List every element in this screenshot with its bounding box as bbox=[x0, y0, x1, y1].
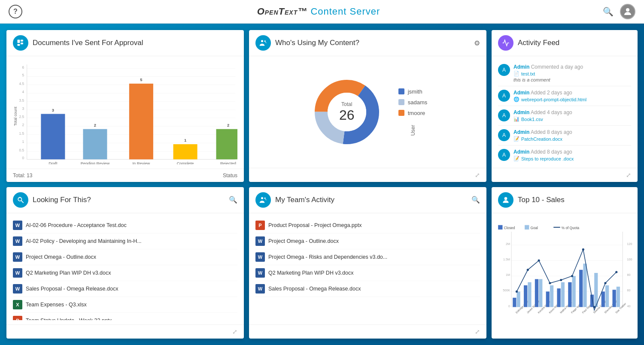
bar-pending bbox=[83, 129, 107, 160]
svg-point-113 bbox=[604, 282, 606, 284]
list-item[interactable]: W Q2 Marketing Plan WIP DH v3.docx bbox=[13, 265, 237, 281]
svg-text:4.5: 4.5 bbox=[19, 82, 24, 86]
looking-for-expand-icon[interactable]: ⤢ bbox=[232, 328, 237, 335]
word-icon: W bbox=[255, 268, 265, 278]
donut-area: Total 26 jsmith sadams bbox=[255, 61, 480, 163]
list-item[interactable]: W AI-02-06 Procedure - Acceptance Test.d… bbox=[13, 218, 237, 233]
ppt-icon: P bbox=[255, 221, 265, 230]
svg-text:1: 1 bbox=[22, 139, 24, 144]
svg-text:1.5M: 1.5M bbox=[503, 257, 510, 261]
top10-body: Closed Goal % of Quota 0 500K 1M 1.5M 2M… bbox=[492, 213, 638, 339]
activity-title: Activity Feed bbox=[518, 39, 631, 47]
svg-text:In Review: In Review bbox=[132, 161, 150, 164]
documents-status: Status bbox=[223, 172, 237, 179]
my-team-footer: ⤢ bbox=[249, 324, 486, 339]
looking-for-widget: Looking For This? 🔍 W AI-02-06 Procedure… bbox=[6, 187, 244, 339]
svg-text:0: 0 bbox=[508, 304, 510, 308]
word-icon: W bbox=[255, 252, 265, 262]
list-item[interactable]: W Sales Proposal - Omega Release.docx bbox=[13, 281, 237, 297]
my-team-title: My Team's Activity bbox=[275, 196, 467, 204]
svg-text:5: 5 bbox=[22, 73, 24, 77]
svg-point-106 bbox=[527, 269, 529, 271]
activity-item: A Admin Added 2 days ago 🌐 webreport-pro… bbox=[498, 86, 631, 106]
user-avatar[interactable] bbox=[620, 4, 635, 19]
svg-line-48 bbox=[21, 200, 24, 203]
donut-center: Total 26 bbox=[339, 101, 355, 123]
activity-item: A Admin Added 4 days ago 📊 Book1.csv bbox=[498, 106, 631, 126]
svg-rect-94 bbox=[583, 263, 586, 307]
top10-header: Top 10 - Sales bbox=[492, 187, 638, 213]
activity-avatar: A bbox=[498, 64, 510, 76]
whos-using-settings-icon[interactable]: ⚙ bbox=[474, 39, 480, 47]
svg-text:2: 2 bbox=[94, 123, 96, 127]
list-item[interactable]: P Team Status Update - Week 32.pptx bbox=[13, 313, 237, 321]
list-item[interactable]: W Sales Proposal - Omega Release.docx bbox=[255, 281, 480, 297]
activity-item-header: Admin Added 8 days ago bbox=[513, 149, 631, 155]
whos-using-header: Who's Using My Content? ⚙ bbox=[249, 30, 486, 56]
activity-file-link[interactable]: 📊 Book1.csv bbox=[513, 116, 631, 122]
svg-point-112 bbox=[593, 306, 595, 308]
svg-text:0: 0 bbox=[22, 156, 24, 160]
whos-using-title: Who's Using My Content? bbox=[275, 39, 470, 47]
bar-inreview bbox=[129, 84, 153, 159]
activity-file-link[interactable]: 🌐 webreport-prompt-objectid.html bbox=[513, 97, 631, 102]
svg-rect-87 bbox=[557, 288, 560, 307]
my-team-expand-icon[interactable]: ⤢ bbox=[475, 328, 480, 335]
svg-point-49 bbox=[261, 197, 263, 199]
activity-avatar: A bbox=[498, 149, 510, 161]
looking-for-title: Looking For This? bbox=[33, 196, 225, 204]
documents-footer: Total: 13 Status bbox=[6, 169, 244, 182]
activity-file-link[interactable]: 📝 PatchCreation.docx bbox=[513, 136, 631, 142]
my-team-header: My Team's Activity 🔍 bbox=[249, 187, 486, 213]
svg-point-41 bbox=[261, 40, 263, 42]
list-item[interactable]: P Product Proposal - Project Omega.pptx bbox=[255, 218, 480, 233]
activity-item-header: Admin Added 2 days ago bbox=[513, 90, 631, 96]
activity-avatar: A bbox=[498, 129, 510, 141]
list-item[interactable]: W AI-02 Policy - Developing and Maintain… bbox=[13, 233, 237, 249]
activity-avatar: A bbox=[498, 90, 510, 102]
svg-rect-75 bbox=[513, 297, 516, 307]
activity-content: Admin Added 2 days ago 🌐 webreport-promp… bbox=[513, 90, 631, 102]
activity-header: Activity Feed bbox=[492, 30, 638, 56]
list-item[interactable]: X Team Expenses - Q3.xlsx bbox=[13, 297, 237, 313]
expand-icon[interactable]: ⤢ bbox=[475, 172, 480, 179]
looking-for-icon bbox=[13, 192, 28, 208]
excel-icon: X bbox=[13, 300, 22, 309]
activity-item-header: Admin Commented a day ago bbox=[513, 64, 631, 70]
svg-text:Star Treiber: Star Treiber bbox=[615, 302, 627, 314]
activity-item: A Admin Added 8 days ago 📝 Steps to repr… bbox=[498, 145, 631, 163]
list-item[interactable]: W Project Omega - Risks and Dependencies… bbox=[255, 249, 480, 265]
word-icon: W bbox=[255, 236, 265, 246]
bar-rejected bbox=[216, 129, 237, 160]
my-team-search-icon[interactable]: 🔍 bbox=[471, 196, 480, 204]
activity-file-link[interactable]: 📄 test.txt bbox=[513, 71, 631, 76]
svg-rect-79 bbox=[528, 282, 531, 307]
list-item[interactable]: W Project Omega - Outline.docx bbox=[13, 249, 237, 265]
svg-rect-88 bbox=[561, 282, 565, 307]
list-item[interactable]: W Project Omega - Outline.docx bbox=[255, 233, 480, 249]
svg-text:Closed: Closed bbox=[504, 226, 515, 230]
svg-text:5: 5 bbox=[140, 78, 142, 82]
svg-text:120: 120 bbox=[627, 242, 632, 245]
my-team-icon bbox=[255, 192, 271, 208]
search-icon[interactable]: 🔍 bbox=[603, 6, 614, 17]
activity-icon bbox=[498, 35, 513, 51]
svg-text:40: 40 bbox=[627, 304, 631, 308]
activity-item-header: Admin Added 4 days ago bbox=[513, 109, 631, 115]
documents-icon bbox=[13, 35, 28, 51]
activity-item: A Admin Added 8 days ago 📝 PatchCreation… bbox=[498, 126, 631, 145]
svg-text:% of Quota: % of Quota bbox=[562, 226, 580, 230]
topbar-right: 🔍 bbox=[603, 4, 635, 19]
activity-expand-icon[interactable]: ⤢ bbox=[626, 172, 631, 179]
list-item[interactable]: W Q2 Marketing Plan WIP DH v3.docx bbox=[255, 265, 480, 281]
top10-title: Top 10 - Sales bbox=[518, 196, 631, 204]
looking-for-search-icon[interactable]: 🔍 bbox=[229, 196, 237, 204]
tmoore-label: tmoore bbox=[408, 110, 425, 116]
svg-rect-76 bbox=[517, 291, 520, 307]
activity-file-link[interactable]: 📝 Steps to reproduce .docx bbox=[513, 156, 631, 161]
svg-text:Goal: Goal bbox=[531, 226, 538, 230]
svg-point-51 bbox=[504, 197, 507, 200]
svg-text:Draft: Draft bbox=[49, 161, 58, 164]
looking-for-body: W AI-02-06 Procedure - Acceptance Test.d… bbox=[6, 213, 244, 325]
help-button[interactable]: ? bbox=[9, 5, 22, 18]
